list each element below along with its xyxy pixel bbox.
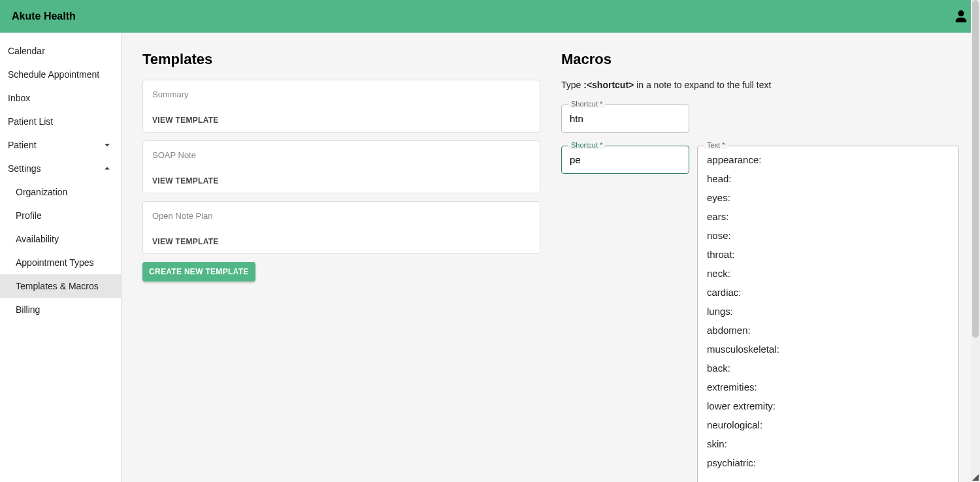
macro-row: Shortcut * — [561, 104, 959, 133]
scrollbar[interactable] — [971, 0, 980, 482]
create-new-template-button[interactable]: CREATE NEW TEMPLATE — [142, 262, 255, 281]
macro-text-line: neurological: — [707, 419, 949, 430]
sidebar-item-patient-list[interactable]: Patient List — [0, 110, 121, 133]
templates-section: Templates Summary VIEW TEMPLATE SOAP Not… — [142, 51, 540, 464]
macro-text-line: eyes: — [707, 192, 949, 203]
macro-text-field[interactable]: Text * appearance:head:eyes:ears:nose:th… — [697, 146, 959, 482]
shortcut-field[interactable]: Shortcut * — [561, 146, 689, 174]
appbar: Akute Health — [0, 0, 980, 33]
resize-grip-icon — [972, 474, 979, 481]
sidebar-item-label: Templates & Macros — [16, 281, 99, 291]
sidebar-item-schedule-appointment[interactable]: Schedule Appointment — [0, 63, 121, 86]
sidebar-item-label: Billing — [16, 304, 40, 315]
sidebar-item-label: Settings — [8, 163, 41, 174]
macro-text-line: abdomen: — [707, 325, 949, 336]
brand-title: Akute Health — [12, 10, 76, 22]
field-label: Text * — [704, 142, 728, 149]
macro-text-line: extremities: — [707, 381, 949, 393]
sidebar-item-label: Availability — [16, 234, 59, 244]
macro-text-line: throat: — [707, 249, 949, 260]
chevron-down-icon — [101, 139, 113, 151]
macro-text-line: ears: — [707, 211, 949, 222]
main-content: Templates Summary VIEW TEMPLATE SOAP Not… — [122, 33, 980, 482]
scrollbar-thumb[interactable] — [972, 0, 979, 338]
macro-text-line: skin: — [707, 438, 949, 449]
sidebar-item-appointment-types[interactable]: Appointment Types — [0, 251, 121, 274]
macro-text-line: lower extremity: — [707, 400, 949, 411]
sidebar-item-templates-macros[interactable]: Templates & Macros — [0, 274, 121, 298]
chevron-up-icon — [101, 163, 113, 174]
macro-text-line: musculoskeletal: — [707, 344, 949, 355]
field-label: Shortcut * — [568, 101, 605, 108]
template-card: Open Note Plan VIEW TEMPLATE — [142, 201, 540, 254]
view-template-button[interactable]: VIEW TEMPLATE — [152, 176, 219, 185]
template-card: SOAP Note VIEW TEMPLATE — [142, 140, 540, 193]
macros-description: Type :<shortcut> in a note to expand to … — [561, 80, 959, 90]
sidebar-item-label: Inbox — [8, 93, 30, 103]
sidebar: Calendar Schedule Appointment Inbox Pati… — [0, 33, 122, 482]
sidebar-item-settings[interactable]: Settings — [0, 157, 121, 180]
macro-text-line: nose: — [707, 230, 949, 241]
sidebar-item-patient[interactable]: Patient — [0, 133, 121, 157]
sidebar-item-label: Patient — [8, 140, 37, 150]
view-template-button[interactable]: VIEW TEMPLATE — [152, 237, 219, 246]
template-name: Open Note Plan — [152, 211, 531, 221]
sidebar-item-label: Patient List — [8, 116, 53, 127]
sidebar-item-label: Schedule Appointment — [8, 69, 99, 80]
sidebar-item-inbox[interactable]: Inbox — [0, 86, 121, 110]
sidebar-item-label: Calendar — [8, 46, 45, 56]
template-name: Summary — [152, 89, 531, 99]
macros-section: Macros Type :<shortcut> in a note to exp… — [561, 51, 959, 464]
sidebar-item-calendar[interactable]: Calendar — [0, 39, 121, 63]
macro-row-editing: Shortcut * Text * appearance:head:eyes:e… — [561, 146, 959, 482]
macro-text-line: neck: — [707, 268, 949, 279]
sidebar-item-organization[interactable]: Organization — [0, 180, 121, 204]
sidebar-item-availability[interactable]: Availability — [0, 227, 121, 251]
macros-title: Macros — [561, 51, 959, 68]
macro-text-line: cardiac: — [707, 287, 949, 298]
macros-desc-token: :<shortcut> — [583, 80, 634, 90]
macro-text-line: back: — [707, 362, 949, 374]
account-icon[interactable] — [954, 9, 968, 24]
macro-text-line: psychiatric: — [707, 457, 949, 468]
macro-text-line: lungs: — [707, 306, 949, 317]
field-label: Shortcut * — [568, 142, 605, 149]
sidebar-item-billing[interactable]: Billing — [0, 298, 121, 321]
template-name: SOAP Note — [152, 150, 531, 160]
macros-desc-suffix: in a note to expand to the full text — [634, 80, 771, 90]
shortcut-input[interactable] — [562, 146, 689, 173]
macro-text-line: head: — [707, 173, 949, 184]
sidebar-item-label: Organization — [16, 187, 67, 197]
templates-title: Templates — [142, 51, 540, 68]
sidebar-item-label: Appointment Types — [16, 257, 94, 268]
macro-text-body[interactable]: appearance:head:eyes:ears:nose:throat:ne… — [698, 146, 958, 482]
sidebar-item-profile[interactable]: Profile — [0, 204, 121, 227]
shortcut-input[interactable] — [562, 105, 689, 132]
macros-desc-prefix: Type — [561, 80, 583, 90]
sidebar-item-label: Profile — [16, 210, 42, 221]
macro-text-line: appearance: — [707, 154, 949, 165]
template-card: Summary VIEW TEMPLATE — [142, 80, 540, 133]
shortcut-field[interactable]: Shortcut * — [561, 104, 689, 133]
view-template-button[interactable]: VIEW TEMPLATE — [152, 116, 219, 125]
